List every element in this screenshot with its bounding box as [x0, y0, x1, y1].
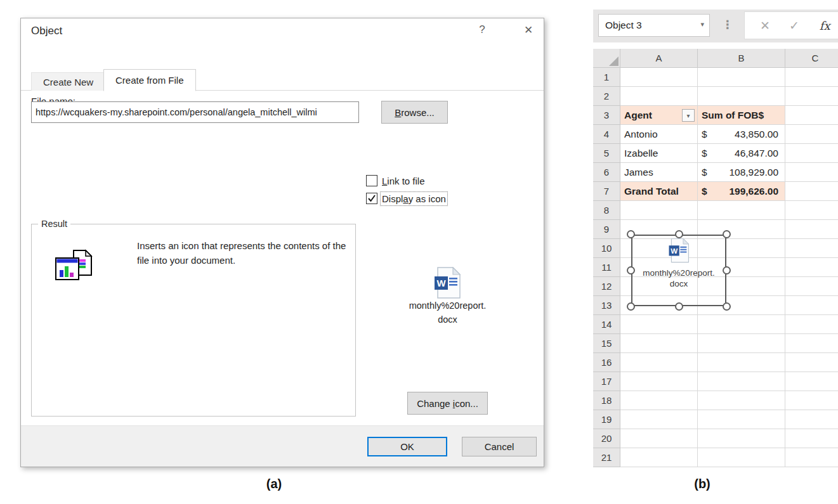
cell-C18[interactable]	[785, 391, 838, 410]
link-to-file-label[interactable]: Link to file	[382, 176, 425, 186]
row-header-19[interactable]: 19	[593, 410, 620, 429]
formula-bar[interactable]: ✕ ✓ fx	[744, 11, 838, 39]
cell-A6[interactable]: James	[620, 163, 698, 182]
cell-A21[interactable]	[620, 448, 698, 467]
row-header-6[interactable]: 6	[593, 163, 620, 182]
resize-handle-bottom-middle[interactable]	[675, 302, 683, 311]
cell-B4[interactable]: $43,850.00	[698, 125, 785, 144]
row-header-4[interactable]: 4	[593, 125, 620, 144]
row-header-5[interactable]: 5	[593, 144, 620, 163]
change-icon-button[interactable]: Change icon...	[407, 392, 488, 415]
file-name-input[interactable]	[31, 101, 359, 123]
cell-A15[interactable]	[620, 334, 698, 353]
display-as-icon-label[interactable]: Display as icon	[382, 193, 446, 204]
cell-B21[interactable]	[698, 448, 785, 467]
cell-B7[interactable]: $199,626.00	[698, 182, 785, 201]
cell-B15[interactable]	[698, 334, 785, 353]
cell-A2[interactable]	[620, 87, 698, 106]
row-header-3[interactable]: 3	[593, 106, 620, 125]
select-all-corner[interactable]	[593, 49, 620, 68]
tab-create-from-file[interactable]: Create from File	[103, 69, 196, 91]
cell-B5[interactable]: $46,847.00	[698, 144, 785, 163]
row-header-17[interactable]: 17	[593, 372, 620, 391]
cell-A20[interactable]	[620, 429, 698, 448]
column-header-A[interactable]: A	[620, 49, 698, 68]
cell-C10[interactable]	[785, 239, 838, 258]
row-header-16[interactable]: 16	[593, 353, 620, 372]
embedded-object-content[interactable]: W monthly%20report. docx	[631, 237, 726, 289]
name-box[interactable]: Object 3 ▾	[598, 14, 710, 37]
cell-C11[interactable]	[785, 258, 838, 277]
cell-C19[interactable]	[785, 410, 838, 429]
ok-button[interactable]: OK	[367, 437, 447, 456]
cell-A5[interactable]: Izabelle	[620, 144, 698, 163]
cell-B18[interactable]	[698, 391, 785, 410]
cell-A4[interactable]: Antonio	[620, 125, 698, 144]
row-header-13[interactable]: 13	[593, 296, 620, 315]
resize-handle-bottom-left[interactable]	[627, 302, 635, 311]
help-icon[interactable]: ?	[471, 23, 493, 41]
cell-C12[interactable]	[785, 277, 838, 296]
cell-A3[interactable]: Agent▾	[620, 106, 698, 125]
cell-B14[interactable]	[698, 315, 785, 334]
agent-filter-button[interactable]: ▾	[682, 109, 695, 122]
cell-B17[interactable]	[698, 372, 785, 391]
cell-C6[interactable]	[785, 163, 838, 182]
cell-C13[interactable]	[785, 296, 838, 315]
cell-A14[interactable]	[620, 315, 698, 334]
column-header-C[interactable]: C	[785, 49, 838, 68]
cell-A7[interactable]: Grand Total	[620, 182, 698, 201]
cell-B20[interactable]	[698, 429, 785, 448]
checkbox-box[interactable]	[366, 193, 377, 204]
cell-C2[interactable]	[785, 87, 838, 106]
row-header-18[interactable]: 18	[593, 391, 620, 410]
cell-A19[interactable]	[620, 410, 698, 429]
row-header-10[interactable]: 10	[593, 239, 620, 258]
row-header-11[interactable]: 11	[593, 258, 620, 277]
name-box-dropdown-icon[interactable]: ▾	[700, 20, 704, 29]
cell-B1[interactable]	[698, 68, 785, 87]
row-header-1[interactable]: 1	[593, 68, 620, 87]
cell-A8[interactable]	[620, 201, 698, 220]
cell-B16[interactable]	[698, 353, 785, 372]
browse-button[interactable]: Browse...	[381, 101, 448, 124]
row-header-21[interactable]: 21	[593, 448, 620, 467]
resize-handle-bottom-right[interactable]	[723, 302, 731, 311]
cell-C9[interactable]	[785, 220, 838, 239]
cell-C17[interactable]	[785, 372, 838, 391]
display-as-icon-checkbox[interactable]: Display as icon	[366, 193, 446, 204]
resize-handle-top-left[interactable]	[627, 230, 635, 238]
enter-icon[interactable]: ✓	[789, 18, 799, 33]
cancel-button[interactable]: Cancel	[462, 437, 537, 456]
cell-B3[interactable]: Sum of FOB$	[698, 106, 785, 125]
link-to-file-checkbox[interactable]: Link to file	[366, 175, 425, 186]
cell-C7[interactable]	[785, 182, 838, 201]
embedded-object[interactable]: W monthly%20report. docx	[631, 235, 726, 306]
row-header-7[interactable]: 7	[593, 182, 620, 201]
cell-C16[interactable]	[785, 353, 838, 372]
cell-B2[interactable]	[698, 87, 785, 106]
cell-C15[interactable]	[785, 334, 838, 353]
cell-C4[interactable]	[785, 125, 838, 144]
resize-handle-top-middle[interactable]	[675, 230, 683, 238]
cell-C8[interactable]	[785, 201, 838, 220]
row-header-14[interactable]: 14	[593, 315, 620, 334]
cell-C14[interactable]	[785, 315, 838, 334]
cell-A17[interactable]	[620, 372, 698, 391]
cell-B8[interactable]	[698, 201, 785, 220]
cell-B19[interactable]	[698, 410, 785, 429]
cell-C21[interactable]	[785, 448, 838, 467]
resize-handle-top-right[interactable]	[723, 230, 731, 238]
row-header-15[interactable]: 15	[593, 334, 620, 353]
row-header-20[interactable]: 20	[593, 429, 620, 448]
cell-C20[interactable]	[785, 429, 838, 448]
resize-handle-middle-right[interactable]	[723, 266, 731, 275]
tab-create-new[interactable]: Create New	[31, 72, 105, 91]
checkbox-box[interactable]	[366, 175, 377, 186]
cell-B6[interactable]: $108,929.00	[698, 163, 785, 182]
row-header-9[interactable]: 9	[593, 220, 620, 239]
row-header-2[interactable]: 2	[593, 87, 620, 106]
cell-A18[interactable]	[620, 391, 698, 410]
row-header-12[interactable]: 12	[593, 277, 620, 296]
insert-function-icon[interactable]: fx	[820, 19, 830, 32]
